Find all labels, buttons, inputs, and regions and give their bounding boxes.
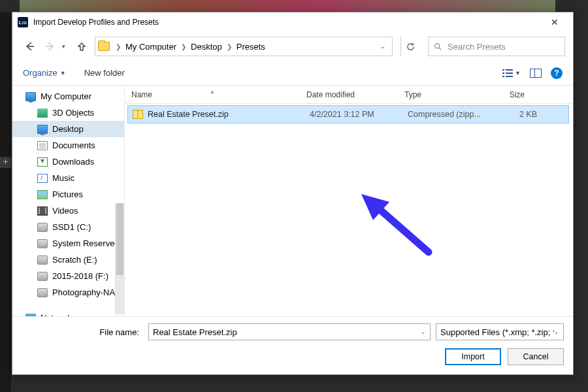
zip-file-icon — [133, 110, 143, 119]
drive-icon — [37, 255, 48, 265]
breadcrumb-segment[interactable]: Desktop — [188, 42, 225, 52]
search-input[interactable]: Search Presets — [428, 37, 565, 56]
svg-marker-9 — [361, 194, 389, 220]
toolbar: Organize ▼ New folder ▼ ? — [12, 61, 573, 86]
cube-icon — [37, 108, 48, 118]
organize-menu[interactable]: Organize ▼ — [23, 68, 66, 78]
tree-item[interactable]: SSD1 (C:) — [12, 219, 124, 235]
file-type: Compressed (zipp... — [408, 110, 491, 119]
tree-label: 2015-2018 (F:) — [52, 271, 108, 281]
filename-value: Real Estate Preset.zip — [153, 327, 237, 337]
down-icon — [37, 157, 48, 167]
drive-icon — [37, 239, 48, 248]
tree-item[interactable]: System Reserved — [12, 235, 124, 252]
tree-label: Network — [41, 313, 72, 316]
scrollbar-thumb[interactable] — [116, 203, 123, 275]
pic-icon — [37, 190, 48, 199]
tree-label: System Reserved — [52, 238, 120, 248]
help-icon[interactable]: ? — [551, 67, 563, 79]
svg-rect-2 — [502, 69, 504, 71]
up-button[interactable] — [74, 39, 90, 54]
address-bar[interactable]: ❯ My Computer ❯ Desktop ❯ Presets ⌄ — [95, 37, 393, 56]
tree-item[interactable]: Music — [12, 170, 124, 186]
tree-item[interactable]: Downloads — [12, 154, 124, 170]
tree-label: Photography-NAS — [52, 287, 121, 297]
tree-label: My Computer — [41, 91, 91, 101]
chevron-right-icon[interactable]: ❯ — [114, 43, 123, 50]
sort-ascending-icon: ▲ — [210, 89, 215, 95]
app-icon: Lrc — [18, 17, 28, 27]
new-folder-button[interactable]: New folder — [84, 68, 125, 78]
chevron-down-icon: ▼ — [60, 70, 66, 76]
tree-label: Documents — [52, 140, 95, 150]
file-size: 2 KB — [491, 110, 537, 119]
drive-icon — [37, 272, 48, 281]
column-header-size[interactable]: Size — [482, 90, 531, 99]
dialog-footer: File name: Real Estate Preset.zip ⌄ Supp… — [12, 316, 573, 374]
forward-button[interactable] — [41, 37, 59, 56]
recent-locations-dropdown[interactable]: ▾ — [62, 43, 71, 50]
file-list-pane: ▲ Name Date modified Type Size Real Esta… — [125, 86, 573, 316]
tree-label: Videos — [52, 206, 78, 216]
file-type-filter[interactable]: Supported Files (*.xmp; *.zip; *. ⌄ — [436, 323, 564, 340]
breadcrumb-segment[interactable]: My Computer — [123, 42, 179, 52]
app-left-rail: + — [0, 12, 11, 392]
tree-item[interactable]: Videos — [12, 203, 124, 219]
address-dropdown-icon[interactable]: ⌄ — [380, 43, 385, 50]
column-header-name[interactable]: ▲ Name — [125, 90, 300, 99]
drive-icon — [37, 288, 48, 297]
tree-item[interactable]: Scratch (E:) — [12, 252, 124, 268]
search-icon — [434, 42, 442, 51]
filename-input[interactable]: Real Estate Preset.zip ⌄ — [148, 323, 431, 340]
cancel-button[interactable]: Cancel — [508, 348, 564, 365]
chevron-down-icon[interactable]: ⌄ — [421, 329, 426, 335]
column-header-type[interactable]: Type — [398, 90, 482, 99]
search-placeholder: Search Presets — [448, 42, 506, 52]
tree-item[interactable]: Desktop — [12, 121, 124, 137]
refresh-button[interactable] — [400, 37, 420, 56]
svg-point-0 — [435, 43, 440, 48]
file-open-dialog: Lrc Import Develop Profiles and Presets … — [12, 12, 574, 375]
tree-network[interactable]: Network — [12, 310, 124, 316]
chevron-down-icon: ⌄ — [554, 329, 559, 335]
nav-bar: ▾ ❯ My Computer ❯ Desktop ❯ Presets ⌄ Se… — [12, 32, 573, 61]
file-date: 4/2/2021 3:12 PM — [310, 110, 408, 119]
titlebar: Lrc Import Develop Profiles and Presets … — [12, 12, 573, 32]
back-button[interactable] — [20, 37, 39, 56]
import-button[interactable]: Import — [445, 348, 501, 365]
tree-label: 3D Objects — [52, 108, 94, 118]
chevron-right-icon[interactable]: ❯ — [179, 43, 188, 50]
tree-label: Pictures — [52, 189, 83, 199]
organize-label: Organize — [23, 68, 57, 78]
column-header-date[interactable]: Date modified — [300, 90, 398, 99]
filename-label: File name: — [22, 327, 143, 337]
breadcrumb-segment[interactable]: Presets — [234, 42, 268, 52]
view-options-button[interactable]: ▼ — [502, 69, 521, 78]
tree-item[interactable]: 2015-2018 (F:) — [12, 268, 124, 284]
navigation-tree: My Computer 3D ObjectsDesktopDocumentsDo… — [12, 86, 125, 316]
tree-item[interactable]: Pictures — [12, 186, 124, 203]
music-icon — [37, 174, 48, 183]
tree-label: Scratch (E:) — [52, 255, 97, 265]
svg-rect-5 — [506, 73, 513, 74]
drive-icon — [37, 223, 48, 232]
svg-line-8 — [376, 206, 429, 252]
svg-rect-4 — [502, 73, 504, 74]
doc-icon — [37, 141, 48, 150]
add-panel-button[interactable]: + — [0, 157, 11, 168]
file-row-selected[interactable]: Real Estate Preset.zip 4/2/2021 3:12 PM … — [127, 105, 569, 123]
network-icon — [25, 314, 36, 317]
window-title: Import Develop Profiles and Presets — [33, 18, 542, 27]
chevron-right-icon[interactable]: ❯ — [225, 43, 234, 50]
chevron-down-icon: ▼ — [515, 70, 521, 76]
file-name: Real Estate Preset.zip — [148, 110, 310, 119]
preview-pane-button[interactable] — [530, 69, 542, 78]
annotation-arrow — [353, 190, 438, 262]
tree-root-my-computer[interactable]: My Computer — [12, 88, 124, 105]
tree-item[interactable]: 3D Objects — [12, 105, 124, 121]
close-icon[interactable]: ✕ — [542, 13, 568, 31]
tree-item[interactable]: Documents — [12, 137, 124, 154]
scrollbar-vertical[interactable] — [115, 203, 124, 314]
tree-item[interactable]: Photography-NAS — [12, 284, 124, 301]
svg-rect-3 — [506, 69, 513, 71]
